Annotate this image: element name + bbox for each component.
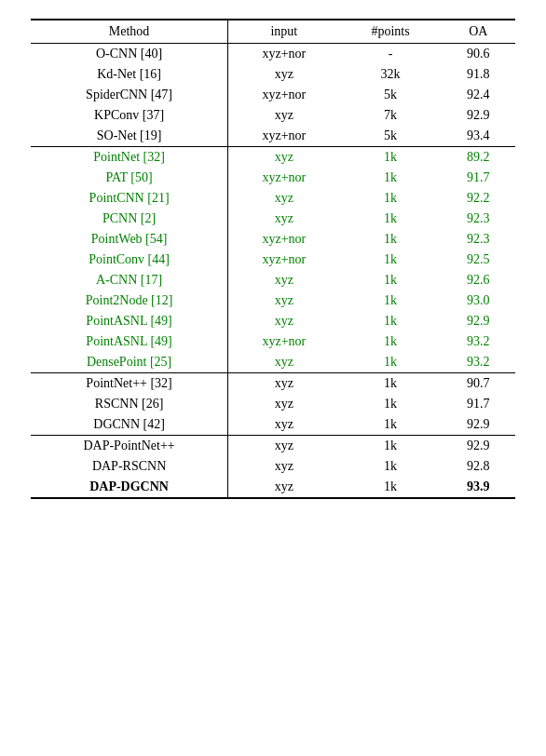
method-cell: PointASNL [49] <box>31 311 228 331</box>
oa-cell: 92.9 <box>442 105 515 126</box>
oa-cell: 93.0 <box>442 290 515 311</box>
table-row: KPConv [37]xyz7k92.9 <box>31 105 515 126</box>
points-cell: 1k <box>340 477 442 498</box>
results-table: Method input #points OA O-CNN [40]xyz+no… <box>31 19 515 499</box>
table-row: DAP-RSCNNxyz1k92.8 <box>31 456 515 477</box>
input-cell: xyz+nor <box>228 250 340 270</box>
method-cell: PointASNL [49] <box>31 331 228 352</box>
table-row: PointNet++ [32]xyz1k90.7 <box>31 373 515 395</box>
input-cell: xyz <box>228 290 340 311</box>
oa-cell: 89.2 <box>442 147 515 169</box>
points-cell: 7k <box>340 105 442 126</box>
oa-cell: 92.3 <box>442 209 515 229</box>
input-cell: xyz <box>228 188 340 209</box>
points-cell: 1k <box>340 311 442 331</box>
input-cell: xyz <box>228 456 340 477</box>
method-cell: O-CNN [40] <box>31 44 228 65</box>
oa-cell: 93.2 <box>442 331 515 352</box>
oa-cell: 92.6 <box>442 270 515 290</box>
table-row: DAP-PointNet++xyz1k92.9 <box>31 436 515 457</box>
table-row: PointASNL [49]xyz+nor1k93.2 <box>31 331 515 352</box>
oa-cell: 92.9 <box>442 414 515 436</box>
input-cell: xyz <box>228 414 340 436</box>
table-container: Method input #points OA O-CNN [40]xyz+no… <box>31 19 515 499</box>
points-cell: 1k <box>340 209 442 229</box>
oa-cell: 92.4 <box>442 85 515 105</box>
table-row: SO-Net [19]xyz+nor5k93.4 <box>31 126 515 147</box>
table-row: PointASNL [49]xyz1k92.9 <box>31 311 515 331</box>
input-cell: xyz <box>228 105 340 126</box>
method-cell: DAP-RSCNN <box>31 456 228 477</box>
oa-cell: 93.9 <box>442 477 515 498</box>
points-cell: - <box>340 44 442 65</box>
points-cell: 32k <box>340 64 442 85</box>
method-cell: PointNet++ [32] <box>31 373 228 395</box>
table-row: PointCNN [21]xyz1k92.2 <box>31 188 515 209</box>
oa-cell: 91.8 <box>442 64 515 85</box>
points-cell: 1k <box>340 188 442 209</box>
oa-cell: 93.4 <box>442 126 515 147</box>
table-row: DensePoint [25]xyz1k93.2 <box>31 352 515 373</box>
points-cell: 1k <box>340 229 442 250</box>
oa-cell: 92.8 <box>442 456 515 477</box>
method-cell: PointCNN [21] <box>31 188 228 209</box>
input-header: input <box>228 20 340 44</box>
table-row: Point2Node [12]xyz1k93.0 <box>31 290 515 311</box>
input-cell: xyz <box>228 209 340 229</box>
table-row: SpiderCNN [47]xyz+nor5k92.4 <box>31 85 515 105</box>
input-cell: xyz <box>228 436 340 457</box>
oa-cell: 92.2 <box>442 188 515 209</box>
points-cell: 1k <box>340 250 442 270</box>
points-cell: 1k <box>340 436 442 457</box>
oa-cell: 93.2 <box>442 352 515 373</box>
method-cell: KPConv [37] <box>31 105 228 126</box>
oa-cell: 91.7 <box>442 168 515 188</box>
table-row: DGCNN [42]xyz1k92.9 <box>31 414 515 436</box>
input-cell: xyz <box>228 311 340 331</box>
method-cell: PCNN [2] <box>31 209 228 229</box>
oa-header: OA <box>442 20 515 44</box>
method-cell: Kd-Net [16] <box>31 64 228 85</box>
input-cell: xyz+nor <box>228 126 340 147</box>
points-cell: 1k <box>340 414 442 436</box>
method-cell: PointWeb [54] <box>31 229 228 250</box>
method-cell: DensePoint [25] <box>31 352 228 373</box>
points-cell: 1k <box>340 394 442 414</box>
input-cell: xyz+nor <box>228 44 340 65</box>
header-row: Method input #points OA <box>31 20 515 44</box>
input-cell: xyz <box>228 352 340 373</box>
method-cell: PointConv [44] <box>31 250 228 270</box>
points-cell: 1k <box>340 331 442 352</box>
table-row: PointConv [44]xyz+nor1k92.5 <box>31 250 515 270</box>
points-cell: 1k <box>340 290 442 311</box>
method-cell: DGCNN [42] <box>31 414 228 436</box>
input-cell: xyz+nor <box>228 331 340 352</box>
oa-cell: 90.7 <box>442 373 515 395</box>
points-cell: 5k <box>340 85 442 105</box>
table-row: PCNN [2]xyz1k92.3 <box>31 209 515 229</box>
input-cell: xyz <box>228 394 340 414</box>
oa-cell: 91.7 <box>442 394 515 414</box>
input-cell: xyz <box>228 270 340 290</box>
method-cell: Point2Node [12] <box>31 290 228 311</box>
input-cell: xyz <box>228 477 340 498</box>
input-cell: xyz+nor <box>228 85 340 105</box>
input-cell: xyz <box>228 64 340 85</box>
points-header: #points <box>340 20 442 44</box>
oa-cell: 90.6 <box>442 44 515 65</box>
method-header: Method <box>31 20 228 44</box>
method-cell: DAP-DGCNN <box>31 477 228 498</box>
method-cell: RSCNN [26] <box>31 394 228 414</box>
points-cell: 1k <box>340 352 442 373</box>
table-row: RSCNN [26]xyz1k91.7 <box>31 394 515 414</box>
method-cell: A-CNN [17] <box>31 270 228 290</box>
table-row: A-CNN [17]xyz1k92.6 <box>31 270 515 290</box>
input-cell: xyz <box>228 373 340 395</box>
points-cell: 1k <box>340 270 442 290</box>
table-row: DAP-DGCNNxyz1k93.9 <box>31 477 515 498</box>
oa-cell: 92.3 <box>442 229 515 250</box>
points-cell: 1k <box>340 456 442 477</box>
points-cell: 1k <box>340 168 442 188</box>
table-row: Kd-Net [16]xyz32k91.8 <box>31 64 515 85</box>
table-row: O-CNN [40]xyz+nor-90.6 <box>31 44 515 65</box>
